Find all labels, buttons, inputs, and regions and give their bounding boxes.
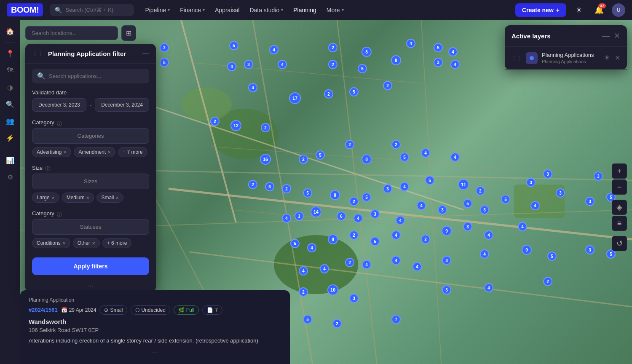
filter-search-box[interactable]: 🔍 (32, 69, 149, 83)
map-cluster-dot[interactable]: 3 (434, 58, 443, 67)
map-cluster-dot[interactable]: 5 (160, 58, 169, 67)
map-cluster-dot[interactable]: 6 (265, 182, 274, 191)
apply-filters-button[interactable]: Apply filters (32, 257, 149, 275)
map-cluster-dot[interactable]: 3 (463, 222, 472, 231)
map-rotate-button[interactable]: ↺ (612, 236, 627, 251)
map-cluster-dot[interactable]: 4 (518, 222, 527, 231)
categories-dropdown-button[interactable]: Categories (32, 128, 149, 144)
layer-visibility-toggle[interactable]: 👁 (604, 54, 611, 62)
map-cluster-dot[interactable]: 3 (526, 178, 536, 187)
map-bookmarks-button[interactable]: ◈ (612, 200, 627, 215)
map-cluster-dot[interactable]: 4 (484, 230, 493, 240)
map-cluster-dot[interactable]: 4 (299, 266, 308, 276)
map-cluster-dot[interactable]: 4 (396, 216, 405, 225)
map-cluster-dot[interactable]: 3 (556, 188, 565, 198)
sidebar-layers-icon[interactable]: ◑ (3, 80, 18, 95)
map-cluster-dot[interactable]: 3 (370, 209, 380, 219)
remove-advertising-icon[interactable]: ✕ (63, 150, 67, 155)
map-cluster-dot[interactable]: 8 (328, 234, 338, 244)
map-cluster-dot[interactable]: 2 (299, 155, 308, 164)
map-cluster-dot[interactable]: 3 (442, 285, 451, 294)
map-cluster-dot[interactable]: 5 (370, 237, 380, 246)
map-cluster-dot[interactable]: 2 (160, 43, 169, 52)
map-cluster-dot[interactable]: 2 (345, 140, 354, 149)
statuses-dropdown-button[interactable]: Statuses (32, 219, 149, 235)
map-cluster-dot[interactable]: 4 (362, 260, 371, 269)
map-cluster-dot[interactable]: 14 (311, 206, 321, 217)
map-cluster-dot[interactable]: 4 (400, 182, 409, 191)
map-cluster-dot[interactable]: 2 (324, 89, 333, 99)
map-cluster-dot[interactable]: 4 (307, 243, 316, 252)
map-cluster-dot[interactable]: 2 (328, 60, 337, 69)
map-cluster-dot[interactable]: 5 (425, 176, 434, 185)
map-cluster-dot[interactable]: 2 (282, 184, 291, 193)
map-cluster-dot[interactable]: 3 (244, 60, 253, 69)
map-cluster-dot[interactable]: 5 (358, 64, 367, 73)
sidebar-search-icon[interactable]: 🔍 (3, 96, 18, 112)
map-cluster-dot[interactable]: 4 (421, 148, 430, 158)
map-toggle-button[interactable]: ⊞ (121, 25, 136, 41)
filter-close-button[interactable]: — (142, 50, 149, 57)
sidebar-location-icon[interactable]: 📍 (3, 46, 18, 61)
application-id[interactable]: #2024/1561 (29, 307, 58, 313)
map-cluster-dot[interactable]: 4 (320, 264, 329, 273)
zoom-in-button[interactable]: + (612, 163, 627, 179)
map-cluster-dot[interactable]: 2 (391, 140, 401, 149)
tag-medium[interactable]: Medium ✕ (62, 193, 94, 203)
map-cluster-dot[interactable]: 17 (289, 92, 301, 104)
map-cluster-dot[interactable]: 11 (458, 179, 469, 190)
sidebar-filter-icon[interactable]: ⚡ (3, 130, 18, 145)
theme-toggle-button[interactable]: ☀ (571, 3, 586, 18)
map-cluster-dot[interactable]: 4 (391, 256, 401, 265)
layers-close-button[interactable]: ✕ (614, 31, 620, 40)
map-cluster-dot[interactable]: 8 (391, 55, 401, 65)
map-cluster-dot[interactable]: 12 (230, 120, 241, 131)
map-cluster-dot[interactable]: 4 (450, 60, 460, 69)
status-more-button[interactable]: + 6 more (102, 238, 132, 248)
map-cluster-dot[interactable]: 4 (278, 60, 287, 69)
map-layers-button[interactable]: ≡ (612, 216, 627, 231)
map-cluster-dot[interactable]: 7 (391, 315, 401, 324)
map-cluster-dot[interactable]: 5 (349, 87, 359, 96)
map-cluster-dot[interactable]: 4 (248, 83, 257, 92)
map-cluster-dot[interactable]: 2 (476, 186, 485, 195)
size-info-icon[interactable]: ⓘ (45, 166, 50, 173)
global-search-box[interactable]: 🔍 (50, 4, 134, 16)
map-cluster-dot[interactable]: 3 (543, 169, 552, 179)
map-cluster-dot[interactable]: 2 (248, 180, 257, 189)
map-cluster-dot[interactable]: 2 (299, 287, 308, 297)
sizes-dropdown-button[interactable]: Sizes (32, 174, 149, 189)
nav-data-studio[interactable]: Data studio ▾ (245, 4, 287, 16)
map-cluster-dot[interactable]: 2 (332, 319, 342, 328)
map-cluster-dot[interactable]: 4 (269, 45, 279, 54)
layers-minimize-button[interactable]: — (602, 32, 610, 40)
map-cluster-dot[interactable]: 5 (547, 252, 557, 261)
tag-advertising[interactable]: Advertising ✕ (32, 147, 71, 157)
map-cluster-dot[interactable]: 4 (391, 230, 401, 240)
nav-pipeline[interactable]: Pipeline ▾ (141, 4, 174, 16)
map-cluster-dot[interactable]: 4 (282, 214, 291, 223)
map-cluster-dot[interactable]: 4 (412, 262, 422, 271)
map-cluster-dot[interactable]: 3 (480, 205, 489, 214)
nav-more[interactable]: More ▾ (322, 4, 348, 16)
status-info-icon[interactable]: ⓘ (57, 211, 62, 218)
map-cluster-dot[interactable]: 5 (229, 41, 238, 50)
nav-finance[interactable]: Finance ▾ (176, 4, 209, 16)
map-cluster-dot[interactable]: 16 (260, 154, 271, 165)
map-cluster-dot[interactable]: 9 (442, 226, 452, 236)
map-cluster-dot[interactable]: 5 (501, 195, 510, 204)
date-from-button[interactable]: December 3, 2023 (32, 98, 86, 112)
filter-search-input[interactable] (49, 73, 144, 79)
date-to-button[interactable]: December 3, 2024 (95, 98, 149, 112)
map-cluster-dot[interactable]: 10 (327, 284, 338, 295)
map-cluster-dot[interactable]: 8 (362, 47, 372, 57)
location-search-input[interactable] (25, 26, 118, 40)
map-cluster-dot[interactable]: 4 (227, 62, 236, 71)
category-info-icon[interactable]: ⓘ (57, 120, 62, 127)
map-cluster-dot[interactable]: 2 (210, 117, 220, 126)
sidebar-map-icon[interactable]: 🗺 (3, 63, 18, 78)
remove-large-icon[interactable]: ✕ (51, 195, 55, 200)
map-cluster-dot[interactable]: 5 (463, 199, 472, 208)
map-cluster-dot[interactable]: 2 (345, 258, 354, 267)
sidebar-analytics-icon[interactable]: 📊 (3, 153, 18, 168)
